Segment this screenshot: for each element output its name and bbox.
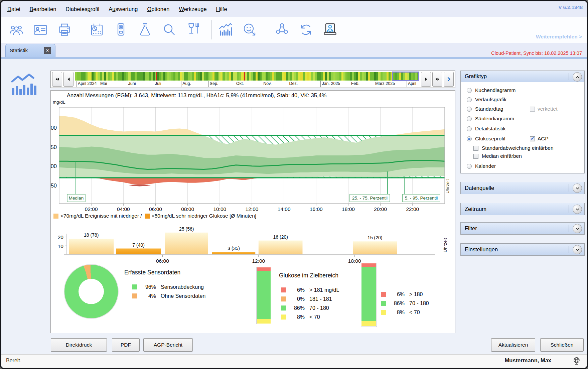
- einstellungen-panel-header[interactable]: Einstellungen: [461, 244, 584, 255]
- menu-item-hilfe[interactable]: Hilfe: [216, 6, 227, 12]
- svg-text:16:00: 16:00: [310, 206, 323, 212]
- schlie-en-button[interactable]: Schließen: [540, 338, 584, 352]
- nutrition-icon[interactable]: [185, 22, 201, 37]
- timeline-strip[interactable]: April 2024MaiJuniJuliAug.Sep.Okt.Nov.Dez…: [75, 72, 419, 87]
- timeline-month-label: April 2024: [77, 81, 97, 87]
- svg-text:18 (78): 18 (78): [84, 232, 99, 238]
- legend-percent: 6%: [389, 291, 405, 297]
- sensor-legend: 96%Sensorabdeckung4%Ohne Sensordaten: [132, 282, 205, 300]
- legend-percent: 86%: [389, 300, 405, 306]
- expand-icon[interactable]: [573, 183, 582, 193]
- timeline-month-label: Sep.: [208, 81, 218, 87]
- radio-control[interactable]: [467, 126, 472, 131]
- checkbox-median-einf-rben[interactable]: Median einfärben: [473, 153, 522, 159]
- checkbox-agp[interactable]: AGP: [530, 135, 549, 142]
- legend-swatch: [281, 305, 286, 311]
- telehealth-icon[interactable]: [322, 22, 338, 37]
- timeline-next-button[interactable]: [444, 72, 454, 87]
- calendar-icon[interactable]: [89, 22, 105, 37]
- radio-control[interactable]: [467, 97, 472, 102]
- globe-icon[interactable]: [572, 356, 581, 366]
- tir-section-title: Glukose im Zielbereich: [279, 272, 338, 279]
- id-card-icon[interactable]: [33, 22, 48, 37]
- radio-control[interactable]: [467, 136, 472, 141]
- direktdruck-button[interactable]: Direktdruck: [51, 338, 107, 352]
- tir-stacked-bar-1: [256, 267, 271, 324]
- radio-kalender[interactable]: Kalender: [467, 163, 496, 169]
- checkbox-control[interactable]: [530, 136, 535, 141]
- tir-legend-row: 8%< 70: [381, 308, 429, 317]
- promo-link[interactable]: Weiterempfehlen >: [536, 34, 582, 40]
- menu-item-bearbeiten[interactable]: Bearbeiten: [30, 6, 56, 12]
- menu-item-auswertung[interactable]: Auswertung: [109, 6, 138, 12]
- tir-stacked-bar-2: [361, 263, 377, 327]
- datenquelle-panel: Datenquelle: [460, 182, 585, 194]
- statistics-sidebar-icon[interactable]: [9, 71, 37, 96]
- tir-segment: [257, 271, 271, 319]
- timeline-back-button[interactable]: [63, 72, 74, 87]
- menu-item-werkzeuge[interactable]: Werkzeuge: [179, 6, 206, 12]
- checkbox-control[interactable]: [473, 154, 478, 159]
- expand-icon[interactable]: [573, 245, 582, 254]
- svg-text:5. - 95. Perzentil: 5. - 95. Perzentil: [405, 196, 438, 201]
- timeline-month-label: Feb.: [350, 81, 359, 87]
- expand-icon[interactable]: [573, 224, 582, 233]
- search-icon[interactable]: [161, 22, 177, 37]
- legend-percent: 86%: [289, 305, 305, 311]
- legend-swatch: [132, 284, 137, 289]
- patients-icon[interactable]: [9, 22, 24, 37]
- timeline-forward-button[interactable]: [421, 72, 431, 87]
- menu-item-datei[interactable]: Datei: [7, 6, 20, 12]
- radio-glukoseprofil[interactable]: Glukoseprofil: [467, 135, 505, 142]
- filter-panel-header[interactable]: Filter: [461, 223, 584, 234]
- radio-control[interactable]: [467, 116, 472, 121]
- svg-text:100: 100: [51, 163, 57, 169]
- timeline-fast-forward-button[interactable]: [432, 72, 442, 87]
- agp-bericht-button[interactable]: AGP-Bericht: [143, 338, 193, 352]
- checkbox-standardabweichung-einf-rben[interactable]: Standardabweichung einfärben: [473, 145, 554, 151]
- timeline-fast-back-button[interactable]: [52, 72, 62, 87]
- menu-item-optionen[interactable]: Optionen: [147, 6, 169, 12]
- menu-item-diabetesprofil[interactable]: Diabetesprofil: [65, 6, 99, 12]
- legend-range: 70 - 180: [309, 305, 329, 311]
- statistics-icon[interactable]: [218, 22, 233, 37]
- tab-statistik[interactable]: Statistik ×: [5, 44, 55, 57]
- radio-kuchendiagramm[interactable]: Kuchendiagramm: [467, 87, 516, 94]
- radio-standardtag[interactable]: Standardtag: [467, 106, 503, 112]
- tab-close-icon[interactable]: ×: [44, 47, 51, 54]
- radio-control[interactable]: [467, 107, 472, 112]
- collapse-icon[interactable]: [573, 72, 582, 82]
- legend-swatch: [53, 214, 58, 219]
- option-label: Säulendiagramm: [475, 116, 514, 122]
- svg-text:15 (20): 15 (20): [368, 235, 382, 240]
- radio-control[interactable]: [467, 164, 472, 169]
- radio-s-ulendiagramm[interactable]: Säulendiagramm: [467, 115, 514, 122]
- printer-icon[interactable]: [57, 22, 72, 37]
- radio-detailstatistik[interactable]: Detailstatistik: [467, 125, 505, 132]
- tir-legend-row: 8%< 70: [281, 313, 339, 322]
- checkbox-control[interactable]: [473, 146, 478, 151]
- datenquelle-panel-header[interactable]: Datenquelle: [461, 182, 584, 194]
- lab-flask-icon[interactable]: [137, 22, 153, 37]
- checkbox-verkettet[interactable]: verkettet: [530, 106, 557, 112]
- app-window: DateiBearbeitenDiabetesprofilAuswertungO…: [0, 0, 588, 369]
- timeline-selection[interactable]: [392, 72, 419, 81]
- timeline-month-label: April: [407, 81, 416, 87]
- expand-icon[interactable]: [573, 205, 582, 214]
- zeitraum-panel-header[interactable]: Zeitraum: [461, 203, 584, 215]
- svg-text:02:00: 02:00: [85, 206, 98, 212]
- zeitraum-panel: Zeitraum: [460, 203, 585, 215]
- smiley-share-icon[interactable]: [242, 22, 257, 37]
- share-icon[interactable]: [274, 22, 290, 37]
- sync-icon[interactable]: [298, 22, 314, 37]
- radio-verlaufsgrafik[interactable]: Verlaufsgrafik: [467, 96, 506, 103]
- pdf-button[interactable]: PDF: [112, 338, 140, 352]
- aktualisieren-button[interactable]: Aktualisieren: [491, 338, 535, 352]
- graphtype-panel-header[interactable]: Grafiktyp: [461, 71, 584, 82]
- stats-summary: Anzahl Messungen (FGM): 3.643, Mittelwer…: [67, 92, 326, 99]
- radio-control[interactable]: [467, 88, 472, 93]
- svg-text:08:00: 08:00: [181, 206, 194, 212]
- legend-range: 181 - 181: [309, 296, 332, 302]
- checkbox-control[interactable]: [530, 107, 535, 112]
- glucose-meter-icon[interactable]: [113, 22, 129, 37]
